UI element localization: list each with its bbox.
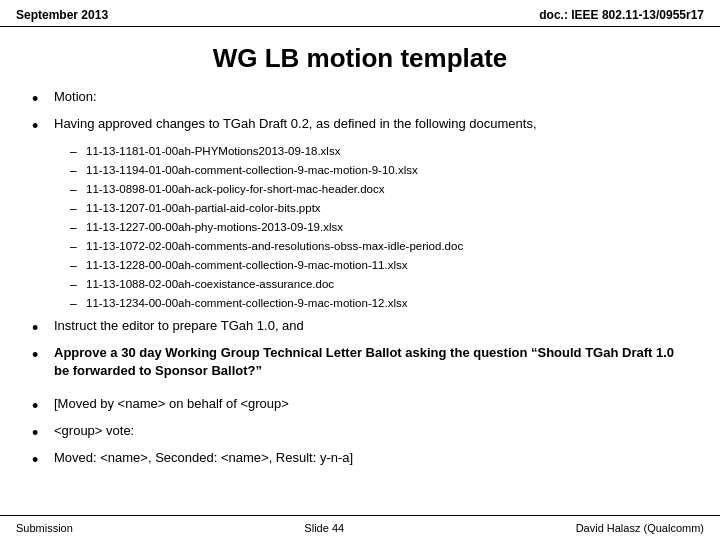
dash-icon: – [70, 295, 86, 313]
bullet-text: <group> vote: [54, 422, 134, 440]
sub-item-text: 11-13-1194-01-00ah-comment-collection-9-… [86, 162, 418, 179]
bullet-icon: • [32, 317, 50, 340]
header: September 2013 doc.: IEEE 802.11-13/0955… [0, 0, 720, 27]
bullet-icon: • [32, 115, 50, 138]
list-item: – 11-13-1234-00-00ah-comment-collection-… [70, 295, 688, 313]
dash-icon: – [70, 276, 86, 294]
bullet-icon: • [32, 395, 50, 418]
bullet-text: Approve a 30 day Working Group Technical… [54, 344, 688, 380]
dash-icon: – [70, 257, 86, 275]
list-item: – 11-13-1072-02-00ah-comments-and-resolu… [70, 238, 688, 256]
dash-icon: – [70, 238, 86, 256]
bullet-text: Motion: [54, 88, 97, 106]
bullet-icon: • [32, 344, 50, 367]
list-item: – 11-13-1227-00-00ah-phy-motions-2013-09… [70, 219, 688, 237]
sub-item-text: 11-13-1072-02-00ah-comments-and-resoluti… [86, 238, 463, 255]
list-item: – 11-13-1088-02-00ah-coexistance-assuran… [70, 276, 688, 294]
list-item: • Having approved changes to TGah Draft … [32, 115, 688, 138]
list-item: •Approve a 30 day Working Group Technica… [32, 344, 688, 380]
bullet-icon: • [32, 422, 50, 445]
page-title: WG LB motion template [0, 43, 720, 74]
list-item: – 11-13-1228-00-00ah-comment-collection-… [70, 257, 688, 275]
footer-left: Submission [16, 522, 73, 534]
sub-item-text: 11-13-1234-00-00ah-comment-collection-9-… [86, 295, 408, 312]
list-item: •[Moved by <name> on behalf of <group> [32, 395, 688, 418]
list-item: – 11-13-1207-01-00ah-partial-aid-color-b… [70, 200, 688, 218]
sub-item-text: 11-13-0898-01-00ah-ack-policy-for-short-… [86, 181, 385, 198]
list-item: – 11-13-1181-01-00ah-PHYMotions2013-09-1… [70, 143, 688, 161]
content-area: • Motion: • Having approved changes to T… [0, 88, 720, 473]
sub-item-text: 11-13-1088-02-00ah-coexistance-assurance… [86, 276, 334, 293]
dash-icon: – [70, 181, 86, 199]
sub-item-text: 11-13-1207-01-00ah-partial-aid-color-bit… [86, 200, 321, 217]
sub-item-text: 11-13-1181-01-00ah-PHYMotions2013-09-18.… [86, 143, 340, 160]
bullet-text: Moved: <name>, Seconded: <name>, Result:… [54, 449, 353, 467]
dash-icon: – [70, 200, 86, 218]
dash-icon: – [70, 219, 86, 237]
list-item: •<group> vote: [32, 422, 688, 445]
sub-list: – 11-13-1181-01-00ah-PHYMotions2013-09-1… [70, 143, 688, 313]
list-item: •Moved: <name>, Seconded: <name>, Result… [32, 449, 688, 472]
bullet-text: Having approved changes to TGah Draft 0.… [54, 115, 537, 133]
sub-item-text: 11-13-1227-00-00ah-phy-motions-2013-09-1… [86, 219, 343, 236]
bullet-text: [Moved by <name> on behalf of <group> [54, 395, 289, 413]
list-item: – 11-13-0898-01-00ah-ack-policy-for-shor… [70, 181, 688, 199]
dash-icon: – [70, 143, 86, 161]
bullet-text: Instruct the editor to prepare TGah 1.0,… [54, 317, 304, 335]
footer-center: Slide 44 [304, 522, 344, 534]
header-date: September 2013 [16, 8, 108, 22]
sub-item-text: 11-13-1228-00-00ah-comment-collection-9-… [86, 257, 408, 274]
list-item: •Instruct the editor to prepare TGah 1.0… [32, 317, 688, 340]
list-item: • Motion: [32, 88, 688, 111]
footer-right: David Halasz (Qualcomm) [576, 522, 704, 534]
list-item: – 11-13-1194-01-00ah-comment-collection-… [70, 162, 688, 180]
bullet-icon: • [32, 88, 50, 111]
bullet-icon: • [32, 449, 50, 472]
dash-icon: – [70, 162, 86, 180]
header-doc: doc.: IEEE 802.11-13/0955r17 [539, 8, 704, 22]
footer: Submission Slide 44 David Halasz (Qualco… [0, 515, 720, 540]
